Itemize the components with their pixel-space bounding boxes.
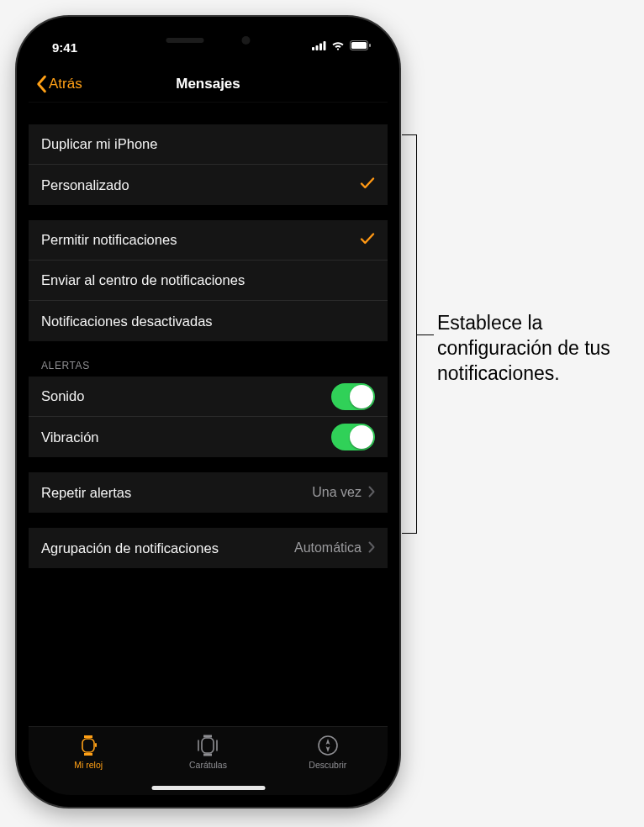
option-custom[interactable]: Personalizado	[29, 165, 388, 205]
option-notifications-off[interactable]: Notificaciones desactivadas	[29, 301, 388, 341]
screen: 9:41 Atrás Mensajes Duplicar mi iPhone P…	[29, 29, 388, 795]
cell-label: Duplicar mi iPhone	[41, 136, 157, 152]
repeat-alerts-group: Repetir alertas Una vez	[29, 472, 388, 513]
toggle-knob	[350, 385, 373, 408]
cell-label: Permitir notificaciones	[41, 232, 177, 248]
svg-rect-2	[319, 43, 322, 50]
row-repeat-alerts[interactable]: Repetir alertas Una vez	[29, 472, 388, 513]
watch-icon	[76, 734, 101, 757]
cell-label: Personalizado	[41, 177, 129, 193]
tab-label: Mi reloj	[74, 760, 103, 770]
home-indicator[interactable]	[151, 786, 265, 790]
cell-label: Agrupación de notificaciones	[41, 540, 219, 556]
mirroring-mode-group: Duplicar mi iPhone Personalizado	[29, 124, 388, 205]
svg-rect-3	[324, 41, 326, 50]
svg-rect-13	[203, 754, 212, 756]
cell-label: Repetir alertas	[41, 485, 131, 501]
svg-rect-12	[203, 735, 212, 738]
option-allow-notifications[interactable]: Permitir notificaciones	[29, 220, 388, 261]
status-indicators	[312, 40, 371, 50]
cell-label: Vibración	[41, 429, 99, 445]
tab-face-gallery[interactable]: Carátulas	[148, 727, 267, 795]
tab-label: Descubrir	[309, 760, 346, 770]
vibration-toggle[interactable]	[331, 424, 375, 450]
tab-discover[interactable]: Descubrir	[268, 727, 388, 795]
checkmark-icon	[360, 176, 375, 193]
chevron-right-icon	[368, 540, 375, 556]
chevron-left-icon	[34, 75, 49, 93]
svg-rect-1	[316, 45, 319, 50]
svg-rect-0	[312, 47, 314, 50]
svg-rect-9	[84, 753, 92, 756]
cell-label: Enviar al centro de notificaciones	[41, 272, 245, 288]
status-bar: 9:41	[29, 29, 388, 66]
callout-text: Establece la configuración de tus notifi…	[437, 311, 631, 387]
svg-rect-8	[84, 735, 92, 738]
callout-bracket	[402, 134, 417, 534]
row-sound: Sonido	[29, 377, 388, 417]
tab-bar: Mi reloj Carátulas Descubrir	[29, 726, 388, 795]
tab-my-watch[interactable]: Mi reloj	[29, 727, 148, 795]
row-vibration: Vibración	[29, 417, 388, 457]
cell-label: Notificaciones desactivadas	[41, 313, 213, 329]
status-time: 9:41	[52, 40, 77, 55]
cell-detail: Automática	[294, 540, 365, 556]
wifi-icon	[331, 40, 345, 50]
speaker-grill	[166, 38, 204, 43]
cell-detail: Una vez	[312, 485, 365, 500]
option-mirror-iphone[interactable]: Duplicar mi iPhone	[29, 124, 388, 165]
notification-delivery-group: Permitir notificaciones Enviar al centro…	[29, 220, 388, 341]
back-label: Atrás	[49, 76, 82, 92]
option-send-to-center[interactable]: Enviar al centro de notificaciones	[29, 261, 388, 301]
gallery-icon	[193, 734, 222, 757]
notification-grouping-group: Agrupación de notificaciones Automática	[29, 528, 388, 568]
svg-rect-7	[82, 739, 94, 752]
alerts-header: ALERTAS	[29, 341, 388, 377]
row-notification-grouping[interactable]: Agrupación de notificaciones Automática	[29, 528, 388, 568]
svg-rect-11	[202, 738, 214, 753]
alerts-group: ALERTAS Sonido Vibración	[29, 341, 388, 457]
tab-label: Carátulas	[189, 760, 227, 770]
nav-bar: Atrás Mensajes	[29, 66, 388, 103]
front-camera	[242, 36, 251, 45]
checkmark-icon	[360, 232, 375, 249]
settings-content: Duplicar mi iPhone Personalizado Permiti…	[29, 103, 388, 726]
sound-toggle[interactable]	[331, 383, 375, 410]
page-title: Mensajes	[176, 76, 240, 92]
svg-rect-10	[95, 743, 97, 747]
cellular-icon	[312, 41, 326, 50]
back-button[interactable]: Atrás	[34, 66, 82, 102]
svg-rect-5	[351, 42, 367, 49]
phone-frame: 9:41 Atrás Mensajes Duplicar mi iPhone P…	[17, 17, 399, 807]
compass-icon	[317, 734, 339, 757]
chevron-right-icon	[368, 485, 375, 501]
notch	[126, 29, 290, 52]
cell-label: Sonido	[41, 388, 84, 404]
toggle-knob	[350, 425, 373, 449]
svg-rect-6	[369, 44, 371, 47]
battery-icon	[350, 40, 371, 50]
